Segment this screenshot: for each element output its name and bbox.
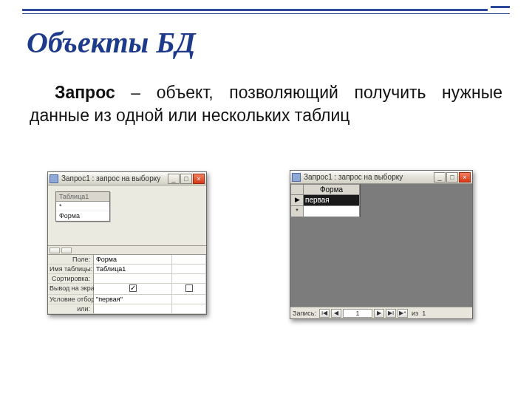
query-datasheet-window: Запрос1 : запрос на выборку _ □ × Форма … — [290, 170, 473, 319]
nav-of-label: из — [409, 310, 420, 317]
window-icon — [292, 173, 301, 182]
grid-cell-criteria[interactable]: "первая" — [94, 295, 172, 304]
pane-splitter[interactable] — [48, 246, 206, 255]
grid-label-table: Имя таблицы: — [48, 265, 94, 274]
datasheet-body: Форма ▶ первая * — [290, 184, 472, 307]
nav-next-button[interactable]: ▶ — [374, 309, 384, 318]
grid-cell-empty[interactable] — [172, 295, 206, 304]
grid-cell-empty[interactable] — [172, 255, 206, 265]
show-checkbox[interactable] — [129, 284, 137, 292]
row-selector[interactable]: * — [290, 206, 304, 217]
datasheet-table: Форма ▶ первая * — [290, 184, 361, 217]
minimize-button[interactable]: _ — [168, 174, 180, 184]
grid-cell-show[interactable] — [94, 284, 172, 295]
close-button[interactable]: × — [193, 174, 205, 184]
splitter-handle[interactable] — [61, 248, 72, 253]
nav-last-button[interactable]: ▶I — [386, 309, 396, 318]
titlebar[interactable]: Запрос1 : запрос на выборку _ □ × — [48, 172, 206, 185]
nav-record-number[interactable]: 1 — [343, 309, 372, 318]
grid-cell-empty[interactable] — [172, 274, 206, 284]
minimize-button[interactable]: _ — [434, 172, 446, 183]
grid-label-criteria: Условие отбора: — [48, 295, 94, 304]
qbe-grid: Поле: Форма Имя таблицы: Таблица1 Сортир… — [48, 255, 206, 314]
header-rule-thin — [22, 13, 510, 14]
grid-cell-or[interactable] — [94, 304, 172, 314]
nav-total: 1 — [422, 310, 426, 317]
row-selector[interactable]: ▶ — [290, 195, 304, 206]
grid-cell-show-empty[interactable] — [172, 284, 206, 295]
data-cell[interactable]: первая — [304, 195, 360, 206]
slide-title: Объекты БД — [27, 25, 505, 60]
field-item-star[interactable]: * — [56, 202, 109, 211]
splitter-handle[interactable] — [50, 248, 60, 253]
table-field-list[interactable]: Таблица1 * Форма — [55, 191, 110, 222]
select-all-cell[interactable] — [290, 184, 304, 195]
query-design-window: Запрос1 : запрос на выборку _ □ × Таблиц… — [47, 171, 207, 315]
term: Запрос — [55, 83, 115, 102]
grid-cell-sort[interactable] — [94, 274, 172, 284]
grid-cell-empty[interactable] — [172, 304, 206, 314]
field-item-forma[interactable]: Форма — [56, 211, 109, 221]
show-checkbox-empty[interactable] — [185, 284, 193, 292]
close-button[interactable]: × — [459, 172, 471, 183]
window-icon — [50, 174, 58, 183]
slide-body: Запрос – объект, позволяющий получить ну… — [30, 81, 502, 127]
data-row[interactable]: ▶ первая — [290, 195, 360, 206]
titlebar[interactable]: Запрос1 : запрос на выборку _ □ × — [290, 171, 472, 184]
grid-label-or: или: — [48, 304, 94, 314]
nav-label: Запись: — [293, 310, 318, 317]
new-row[interactable]: * — [290, 206, 360, 217]
grid-cell-field[interactable]: Форма — [94, 255, 172, 265]
nav-new-button[interactable]: ▶* — [398, 309, 408, 318]
maximize-button[interactable]: □ — [446, 172, 458, 183]
table-name-header: Таблица1 — [56, 192, 109, 202]
data-cell[interactable] — [304, 206, 360, 217]
header-rule-thick — [22, 9, 488, 11]
record-navigator: Запись: I◀ ◀ 1 ▶ ▶I ▶* из 1 — [290, 307, 472, 318]
maximize-button[interactable]: □ — [180, 174, 192, 184]
window-title: Запрос1 : запрос на выборку — [304, 173, 431, 181]
grid-cell-empty[interactable] — [172, 265, 206, 274]
nav-first-button[interactable]: I◀ — [319, 309, 330, 318]
design-upper-pane: Таблица1 * Форма — [48, 185, 206, 246]
column-header-forma[interactable]: Форма — [304, 184, 360, 195]
grid-cell-table[interactable]: Таблица1 — [94, 265, 172, 274]
nav-prev-button[interactable]: ◀ — [331, 309, 341, 318]
grid-label-sort: Сортировка: — [48, 274, 94, 284]
grid-label-field: Поле: — [48, 255, 94, 265]
window-title: Запрос1 : запрос на выборку — [61, 174, 165, 183]
grid-label-show: Вывод на экран: — [48, 284, 94, 295]
